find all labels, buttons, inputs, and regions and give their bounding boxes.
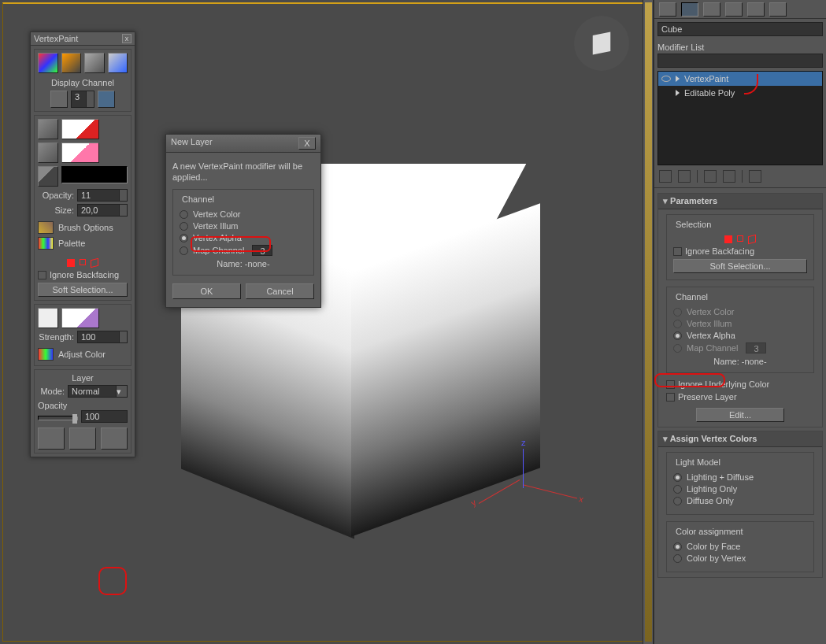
blur-brush-icon[interactable]: [61, 308, 99, 328]
palette-icon[interactable]: [38, 237, 54, 250]
modifier-list-dropdown[interactable]: [657, 54, 823, 68]
mode-dropdown[interactable]: Normal▾: [68, 385, 128, 398]
layer-condense-icon[interactable]: [101, 427, 128, 450]
eraser-icon[interactable]: [61, 142, 99, 163]
selection-mode-icons[interactable]: [38, 259, 128, 267]
edge-select-icon[interactable]: [737, 235, 743, 242]
ignore-backfacing-check[interactable]: Ignore Backfacing: [38, 270, 128, 279]
palette-title-text: VertexPaint: [34, 34, 78, 43]
radio-vertex-color[interactable]: Vertex Color: [673, 307, 807, 316]
radio-lighting-diffuse[interactable]: Lighting + Diffuse: [673, 472, 807, 482]
vertex-select-icon[interactable]: [67, 259, 75, 267]
radio-vertex-alpha[interactable]: Vertex Alpha: [180, 233, 307, 242]
radio-diffuse-only[interactable]: Diffuse Only: [673, 496, 807, 505]
edit-button[interactable]: Edit...: [696, 408, 785, 422]
assign-vertex-colors-rollout[interactable]: Assign Vertex Colors Light Model Lightin…: [657, 431, 823, 578]
parameters-header[interactable]: Parameters: [658, 194, 822, 209]
chevron-right-icon[interactable]: [676, 76, 680, 82]
time-slider-vertical[interactable]: [643, 0, 654, 644]
light-model-frame: Light Model Lighting + Diffuse Lighting …: [666, 452, 814, 515]
ok-button[interactable]: OK: [172, 283, 241, 299]
ignore-backfacing-check[interactable]: Ignore Backfacing: [673, 246, 807, 256]
vertex-select-icon[interactable]: [724, 235, 732, 243]
channel-legend: Channel: [180, 194, 217, 204]
layer-add-icon[interactable]: [38, 427, 65, 450]
opacity-field[interactable]: 11: [77, 189, 128, 202]
face-select-icon[interactable]: [748, 235, 756, 245]
utilities-tab-icon[interactable]: [769, 2, 787, 17]
brush-options-icon[interactable]: [38, 221, 54, 234]
modifier-list-label: Modifier List: [657, 43, 823, 52]
motion-tab-icon[interactable]: [725, 2, 743, 17]
eyedropper-icon[interactable]: [38, 166, 58, 187]
assign-header[interactable]: Assign Vertex Colors: [658, 431, 822, 447]
face-select-icon[interactable]: [91, 258, 98, 268]
display-tab-icon[interactable]: [747, 2, 765, 17]
remove-modifier-icon[interactable]: [723, 170, 735, 183]
map-channel-value[interactable]: 3: [252, 245, 272, 256]
radio-vertex-alpha[interactable]: Vertex Alpha: [673, 331, 807, 340]
hierarchy-tab-icon[interactable]: [703, 2, 720, 17]
size-field[interactable]: 20,0: [77, 204, 128, 217]
name-value: -none-: [245, 259, 270, 268]
layer-heading: Layer: [38, 373, 128, 383]
make-unique-icon[interactable]: [704, 170, 717, 183]
vertex-disable-icon[interactable]: [84, 53, 105, 73]
radio-map-channel[interactable]: Map Channel3: [673, 342, 807, 353]
modify-tab-icon[interactable]: [681, 2, 698, 17]
pin-stack-icon[interactable]: [659, 170, 672, 183]
new-layer-dialog[interactable]: New Layer X A new VertexPaint modifier w…: [165, 134, 321, 308]
vertexpaint-palette[interactable]: VertexPaint x Display Channel 3: [30, 31, 135, 457]
radio-color-by-vertex[interactable]: Color by Vertex: [673, 553, 807, 563]
color-swatch[interactable]: [61, 166, 128, 183]
parameters-rollout[interactable]: Parameters Selection Ignore Backfacing S…: [657, 193, 823, 427]
blur-icon[interactable]: [38, 308, 58, 328]
strength-field[interactable]: 100: [77, 331, 128, 343]
vertex-toggle-tex-icon[interactable]: [108, 53, 128, 73]
lock-icon[interactable]: [98, 91, 115, 108]
close-icon[interactable]: X: [298, 137, 316, 150]
radio-color-by-face[interactable]: Color by Face: [673, 542, 807, 551]
vertex-color-unshaded-icon[interactable]: [61, 53, 82, 73]
chevron-right-icon[interactable]: [676, 90, 680, 96]
modifier-row-vertexpaint[interactable]: VertexPaint: [658, 72, 822, 86]
modifier-row-editablepoly[interactable]: Editable Poly: [658, 86, 822, 100]
modifier-stack[interactable]: VertexPaint Editable Poly: [657, 71, 823, 165]
create-tab-icon[interactable]: [659, 2, 676, 17]
color-assignment-frame: Color assignment Color by Face Color by …: [666, 521, 814, 572]
configure-sets-icon[interactable]: [749, 170, 761, 183]
show-end-result-icon[interactable]: [678, 170, 691, 183]
cube-icon[interactable]: [50, 91, 68, 108]
command-panel-tabs[interactable]: [654, 0, 826, 19]
opacity-layer-label: Opacity: [38, 401, 128, 410]
modifier-stack-tools[interactable]: [654, 165, 826, 188]
opacity-slider[interactable]: [38, 416, 78, 420]
radio-vertex-illum[interactable]: Vertex Illum: [180, 221, 307, 231]
palette-label[interactable]: Palette: [58, 239, 85, 248]
dialog-titlebar[interactable]: New Layer X: [166, 135, 320, 153]
adjust-color-label[interactable]: Adjust Color: [58, 350, 106, 359]
preserve-layer-check[interactable]: Preserve Layer: [666, 392, 814, 402]
adjust-color-icon[interactable]: [38, 348, 54, 361]
radio-map-channel[interactable]: Map Channel3: [180, 245, 307, 256]
soft-selection-button[interactable]: Soft Selection...: [673, 259, 807, 273]
soft-selection-button[interactable]: Soft Selection...: [38, 283, 128, 297]
palette-titlebar[interactable]: VertexPaint x: [31, 32, 135, 46]
opacity-layer-field[interactable]: 100: [81, 410, 128, 423]
object-name-field[interactable]: Cube: [657, 22, 823, 36]
erase-mode-icon[interactable]: [38, 142, 58, 163]
eye-icon[interactable]: [661, 76, 671, 82]
cancel-button[interactable]: Cancel: [246, 283, 314, 299]
paint-brush-icon[interactable]: [61, 119, 99, 139]
close-icon[interactable]: x: [122, 34, 131, 43]
radio-vertex-illum[interactable]: Vertex Illum: [673, 319, 807, 328]
paint-mode-icon[interactable]: [38, 119, 58, 139]
layer-delete-icon[interactable]: [69, 427, 96, 450]
radio-vertex-color[interactable]: Vertex Color: [180, 209, 307, 219]
edge-select-icon[interactable]: [80, 259, 86, 265]
radio-lighting-only[interactable]: Lighting Only: [673, 484, 807, 494]
viewcube[interactable]: [574, 16, 629, 71]
display-channel-field[interactable]: 3: [71, 91, 94, 108]
brush-options-label[interactable]: Brush Options: [58, 223, 113, 232]
vertex-color-shaded-icon[interactable]: [38, 53, 58, 73]
